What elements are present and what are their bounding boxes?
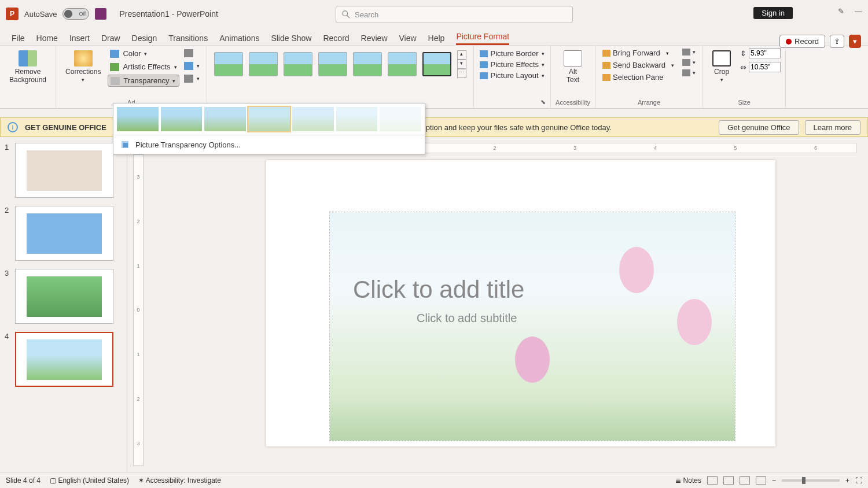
style-thumb-6[interactable]	[388, 52, 417, 76]
tab-review[interactable]: Review	[361, 34, 388, 45]
selected-picture[interactable]	[330, 212, 735, 441]
language-status[interactable]: ▢ English (United States)	[50, 476, 129, 485]
width-icon: ⇔	[740, 63, 746, 72]
trans-preset-1[interactable]	[161, 107, 203, 131]
slide-thumb-3[interactable]	[15, 269, 113, 324]
tab-help[interactable]: Help	[428, 34, 445, 45]
trans-preset-6[interactable]	[380, 107, 421, 131]
picture-effects-button[interactable]: Picture Effects▾	[480, 60, 545, 69]
lotus-decor	[515, 337, 550, 383]
style-thumb-3[interactable]	[284, 52, 312, 76]
trans-preset-0[interactable]	[117, 107, 159, 131]
style-thumb-1[interactable]	[214, 52, 243, 76]
slideshow-view-button[interactable]	[756, 476, 766, 485]
group-picture-styles: ▴▾⋯	[207, 46, 474, 108]
compress-pictures-button[interactable]	[182, 48, 202, 58]
trans-preset-4[interactable]	[292, 107, 334, 131]
rotate-button[interactable]: ▾	[680, 69, 698, 77]
artistic-effects-button[interactable]: Artistic Effects▾	[108, 61, 179, 72]
zoom-slider[interactable]	[782, 479, 840, 482]
minimize-icon[interactable]: —	[855, 7, 862, 16]
group-arrange: Bring Forward▾ Send Backward▾ Selection …	[595, 46, 703, 108]
width-input[interactable]	[749, 62, 781, 72]
fit-to-window-button[interactable]: ⛶	[855, 476, 862, 485]
trans-preset-3[interactable]	[248, 107, 290, 131]
subtitle-placeholder[interactable]: Click to add subtitle	[417, 312, 517, 325]
tab-design[interactable]: Design	[132, 34, 157, 45]
picture-border-button[interactable]: Picture Border▾	[480, 49, 545, 58]
svg-line-1	[347, 16, 350, 18]
title-bar: P AutoSave Off Presentation1 - PowerPoin…	[0, 0, 868, 28]
slide-counter[interactable]: Slide 4 of 4	[6, 476, 41, 485]
group-label-size: Size	[738, 98, 750, 106]
slide-thumb-1[interactable]	[15, 143, 113, 198]
ribbon-collapse-button[interactable]: ▾	[849, 35, 861, 48]
save-icon[interactable]	[95, 8, 106, 20]
style-thumb-2[interactable]	[249, 52, 278, 76]
accessibility-status[interactable]: ✶ Accessibility: Investigate	[138, 476, 221, 485]
tab-record[interactable]: Record	[323, 34, 349, 45]
zoom-out-button[interactable]: −	[772, 476, 776, 485]
crop-button[interactable]: Crop ▾	[708, 48, 735, 85]
group-remove-bg: Remove Background	[0, 46, 56, 108]
reading-view-button[interactable]	[740, 476, 750, 485]
trans-preset-5[interactable]	[336, 107, 378, 131]
notes-button[interactable]: ≣ Notes	[675, 476, 701, 485]
style-thumb-7[interactable]	[422, 52, 451, 76]
transparency-dropdown: Picture Transparency Options...	[113, 103, 425, 154]
slide-thumb-4[interactable]	[15, 332, 113, 387]
sorter-view-button[interactable]	[723, 476, 734, 485]
thumb-num-3: 3	[5, 269, 12, 324]
transparency-options-button[interactable]: Picture Transparency Options...	[113, 135, 425, 154]
transparency-button[interactable]: Transparency▾	[108, 75, 179, 87]
height-input[interactable]	[749, 48, 781, 58]
tab-home[interactable]: Home	[36, 34, 58, 45]
chevron-down-icon: ▾	[82, 77, 84, 83]
tab-insert[interactable]: Insert	[69, 34, 90, 45]
pen-icon[interactable]: ✎	[838, 7, 844, 16]
lotus-decor	[677, 299, 712, 345]
tab-animations[interactable]: Animations	[219, 34, 259, 45]
share-button[interactable]: ⇪	[830, 35, 844, 48]
learn-more-button[interactable]: Learn more	[805, 120, 860, 135]
record-button[interactable]: Record	[779, 35, 825, 48]
send-backward-button[interactable]: Send Backward▾	[600, 60, 676, 70]
chevron-down-icon: ▾	[174, 64, 177, 70]
search-box[interactable]: Search	[336, 6, 573, 23]
tab-file[interactable]: File	[12, 34, 25, 45]
title-placeholder[interactable]: Click to add title	[353, 276, 524, 304]
thumb-num-4: 4	[5, 332, 12, 387]
signin-button[interactable]: Sign in	[753, 7, 793, 19]
group-button[interactable]: ▾	[680, 58, 698, 66]
picture-layout-button[interactable]: Picture Layout▾	[480, 71, 545, 80]
autosave-toggle[interactable]: Off	[62, 8, 89, 20]
color-button[interactable]: Color▾	[108, 48, 179, 59]
styles-dialog-launcher[interactable]: ⬊	[540, 97, 546, 106]
normal-view-button[interactable]	[707, 476, 718, 485]
group-adjust: Corrections ▾ Color▾ Artistic Effects▾ T…	[56, 46, 207, 108]
remove-background-button[interactable]: Remove Background	[5, 48, 51, 86]
bring-forward-button[interactable]: Bring Forward▾	[600, 48, 676, 58]
align-button[interactable]: ▾	[680, 48, 698, 56]
trans-preset-2[interactable]	[204, 107, 246, 131]
tab-slideshow[interactable]: Slide Show	[271, 34, 311, 45]
style-thumb-4[interactable]	[318, 52, 347, 76]
group-picture-format: Picture Border▾ Picture Effects▾ Picture…	[474, 46, 551, 108]
change-picture-button[interactable]: ▾	[182, 61, 202, 71]
reset-picture-button[interactable]: ▾	[182, 73, 202, 84]
corrections-button[interactable]: Corrections ▾	[61, 48, 105, 87]
tab-picture-format[interactable]: Picture Format	[456, 32, 509, 45]
slide-canvas[interactable]: Click to add title Click to add subtitle	[266, 160, 775, 446]
zoom-in-button[interactable]: +	[845, 476, 849, 485]
get-genuine-button[interactable]: Get genuine Office	[719, 120, 799, 135]
editor-area: 210123456 3210123 Click to add title Cli…	[127, 137, 868, 472]
alt-text-button[interactable]: Alt Text	[559, 48, 587, 86]
slide-thumb-2[interactable]	[15, 206, 113, 261]
tab-transitions[interactable]: Transitions	[168, 34, 208, 45]
gallery-scroll[interactable]: ▴▾⋯	[457, 50, 466, 78]
picture-styles-gallery[interactable]: ▴▾⋯	[212, 48, 469, 80]
tab-view[interactable]: View	[399, 34, 417, 45]
tab-draw[interactable]: Draw	[101, 34, 120, 45]
style-thumb-5[interactable]	[353, 52, 382, 76]
selection-pane-button[interactable]: Selection Pane	[600, 72, 676, 82]
